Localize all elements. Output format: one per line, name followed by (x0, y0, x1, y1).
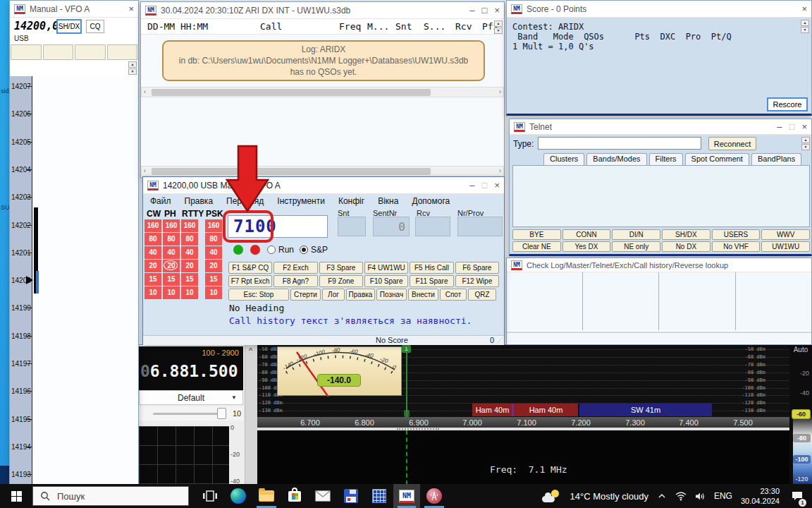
start-button[interactable] (0, 484, 32, 508)
log-column-header[interactable]: S... (424, 21, 445, 32)
menu-item[interactable]: Файл (150, 196, 171, 206)
menu-item[interactable]: Вікна (378, 196, 398, 206)
band-button-rtty-160[interactable]: 160 (181, 219, 198, 232)
log-titlebar[interactable]: NM 30.04.2024 20:30:10Z ARI DX INT - UW1… (141, 2, 504, 19)
radio-selected-icon[interactable] (300, 246, 308, 254)
tuning-marker-flag[interactable]: 1 (402, 345, 411, 353)
file-explorer-button[interactable] (252, 484, 281, 508)
search-box[interactable]: Пошук (32, 486, 189, 506)
menu-item[interactable]: Допомога (412, 196, 450, 206)
log-column-header[interactable]: M... (367, 21, 389, 32)
log-column-header[interactable]: Snt (395, 21, 412, 32)
scroll-left-icon[interactable]: ‹ (144, 167, 146, 174)
telnet-tab-filters[interactable]: Filters (649, 153, 683, 165)
check-pane[interactable] (584, 272, 660, 330)
vfo-titlebar[interactable]: NM Manual - VFO A × (10, 1, 138, 18)
sp-radio[interactable]: S&P (300, 245, 328, 255)
band-button-rtty-40[interactable]: 40 (181, 246, 198, 259)
scroll-left-icon[interactable]: ‹ (144, 88, 146, 95)
weather-text[interactable]: 14°C Mostly cloudy (570, 491, 648, 502)
telnet-button-bye[interactable]: BYE (512, 229, 561, 240)
bandmap-frequency-label[interactable]: 14201 (11, 249, 25, 257)
band-button-cw-40[interactable]: 40 (144, 246, 161, 259)
gradient-label[interactable]: -100 (793, 455, 811, 464)
log-column-header[interactable]: Rcv (455, 21, 472, 32)
sentnr-field[interactable]: 0 (373, 217, 410, 236)
close-icon[interactable]: × (801, 4, 807, 14)
cq-button[interactable]: CQ (86, 20, 104, 33)
band-button-ph-15[interactable]: 15 (163, 273, 180, 286)
gradient-label[interactable]: -120 (793, 475, 811, 483)
scroll-thumb[interactable] (152, 168, 431, 175)
nrprov-field[interactable] (457, 217, 503, 236)
fkey-button-f9zone[interactable]: F9 Zone (319, 275, 363, 287)
band-button-ph-20[interactable]: 20 (163, 260, 180, 272)
telnet-button-neonly[interactable]: NE only (612, 241, 660, 252)
sdr-taskbar-button[interactable] (420, 484, 448, 508)
telnet-button-shdx[interactable]: SH/DX (662, 229, 710, 240)
reconnect-button[interactable]: Reconnect (708, 137, 756, 150)
fkey-button-f3spare[interactable]: F3 Spare (319, 262, 363, 274)
scroll-thumb[interactable] (152, 89, 431, 96)
telnet-button-wwv[interactable]: WWV (761, 229, 810, 240)
band-button-cw-10[interactable]: 10 (144, 286, 161, 299)
entry-button-спот[interactable]: Спот (440, 289, 467, 301)
sdr-volume-slider[interactable]: 10 (139, 406, 243, 421)
band-button-rtty-15[interactable]: 15 (181, 273, 198, 286)
entry-titlebar[interactable]: NM 14200,00 USB Manual - VFO A – □ × (143, 177, 504, 194)
auto-scale-label[interactable]: Auto (789, 346, 812, 353)
telnet-type-input[interactable] (538, 137, 701, 150)
band-button-cw-80[interactable]: 80 (144, 233, 161, 246)
fkey-button-f12wipe[interactable]: F12 Wipe (455, 275, 499, 287)
score-spinner[interactable]: ▲▼ (801, 20, 809, 33)
band-button-rtty-20[interactable]: 20 (181, 260, 198, 272)
bandmap-frequency-label[interactable]: 14199 (11, 304, 25, 312)
fkey-button-f10spare[interactable]: F10 Spare (364, 275, 408, 287)
task-view-button[interactable] (196, 484, 224, 508)
bandmap-frequency-label[interactable]: 14203 (11, 193, 25, 201)
edge-button[interactable] (224, 484, 252, 508)
rcv-field[interactable] (415, 217, 450, 236)
rescore-button[interactable]: Rescore (767, 97, 808, 111)
telnet-titlebar[interactable]: NM Telnet – □ × (510, 119, 811, 135)
memory-box[interactable] (11, 44, 42, 60)
entry-button-qrz[interactable]: QRZ (468, 289, 496, 301)
telnet-button-conn[interactable]: CONN (562, 229, 611, 240)
bandmap-frequency-label[interactable]: 14202 (11, 222, 25, 229)
log-hscrollbar[interactable]: ‹ › (141, 87, 504, 97)
log-spinner[interactable]: ▲▼ (494, 20, 503, 34)
mail-button[interactable] (309, 484, 337, 508)
run-radio[interactable]: Run (267, 245, 294, 255)
telnet-button-users[interactable]: USERS (712, 229, 761, 240)
band-button-ph-80[interactable]: 80 (163, 233, 180, 246)
telnet-spinner[interactable]: ▲▼ (801, 137, 810, 150)
sdr-profile-dropdown[interactable]: Default ▼ (139, 390, 243, 405)
gradient-label[interactable]: -80 (793, 434, 811, 442)
telnet-button-clearne[interactable]: Clear NE (512, 241, 561, 252)
close-icon[interactable]: × (494, 180, 500, 190)
band-button-cw-15[interactable]: 15 (144, 273, 161, 286)
scale-handle-max[interactable]: -60 (792, 409, 811, 419)
log-pane2[interactable] (141, 97, 504, 166)
band-button-psk-10[interactable]: 10 (205, 286, 222, 299)
log-hscrollbar2[interactable]: ‹ › (141, 166, 504, 176)
fkey-button-f4uw1wu[interactable]: F4 UW1WU (364, 262, 408, 274)
bandmap[interactable]: 1420714206142051420414203142021420114200… (10, 76, 138, 484)
entry-button-escstop[interactable]: Esc: Stop (228, 289, 289, 301)
band-button-cw-160[interactable]: 160 (144, 219, 161, 232)
fkey-button-f1spcq[interactable]: F1 S&P CQ (228, 262, 272, 274)
menu-item[interactable]: Конфіг (338, 196, 364, 206)
sent-field[interactable] (338, 217, 366, 236)
telnet-button-yesdx[interactable]: Yes DX (562, 241, 611, 252)
bandmap-frequency-label[interactable]: 14195 (11, 416, 25, 423)
fkey-button-f5hiscall[interactable]: F5 His Call (410, 262, 453, 274)
telnet-tab-clusters[interactable]: Clusters (543, 153, 584, 165)
band-button-psk-40[interactable]: 40 (205, 246, 222, 259)
log-column-header[interactable]: Freq (339, 21, 361, 32)
logger-save-button[interactable] (337, 484, 365, 508)
radio-icon[interactable] (267, 246, 276, 254)
memory-box[interactable] (43, 44, 74, 60)
shdx-button[interactable]: SH/DX (56, 19, 82, 34)
slider-handle[interactable] (217, 408, 226, 419)
minimize-icon[interactable]: – (469, 5, 474, 16)
